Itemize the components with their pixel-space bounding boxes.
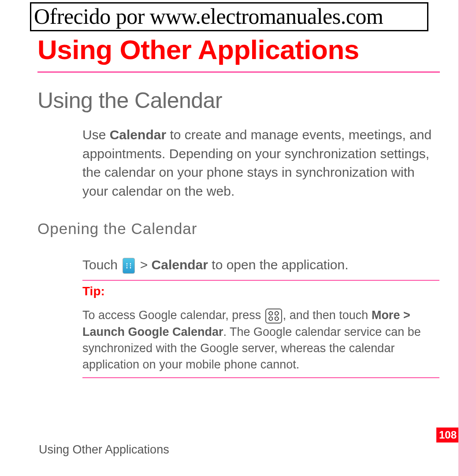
open-calendar-line: Touch > Calendar to open the application… [82, 256, 421, 274]
menu-icon [265, 309, 282, 324]
touch-mid: > [136, 257, 151, 272]
chapter-title: Using Other Applications [37, 34, 421, 65]
tip-label: Tip: [82, 284, 421, 298]
right-color-bar [458, 0, 476, 476]
content: Using Other Applications Using the Calen… [0, 34, 458, 378]
footer-text: Using Other Applications [39, 443, 169, 457]
tip-mid: , and then touch [283, 309, 372, 322]
touch-bold: Calendar [152, 257, 208, 272]
chapter-divider [37, 71, 440, 73]
touch-pre: Touch [82, 257, 121, 272]
tip-top-divider [82, 280, 439, 281]
subsection-title: Opening the Calendar [37, 220, 421, 238]
page-number: 108 [436, 428, 458, 443]
page: Ofrecido por www.electromanuales.com Usi… [0, 0, 458, 476]
watermark-box: Ofrecido por www.electromanuales.com [30, 2, 428, 31]
apps-grid-icon [123, 258, 135, 274]
intro-pre: Use [82, 127, 110, 142]
watermark-text: Ofrecido por www.electromanuales.com [34, 4, 424, 29]
intro-bold: Calendar [110, 127, 166, 142]
section-title: Using the Calendar [37, 88, 421, 113]
touch-post: to open the application. [208, 257, 349, 272]
tip-body: To access Google calendar, press , and t… [82, 307, 439, 373]
intro-paragraph: Use Calendar to create and manage events… [82, 126, 439, 201]
tip-bottom-divider [82, 377, 439, 378]
tip-pre: To access Google calendar, press [82, 309, 264, 322]
